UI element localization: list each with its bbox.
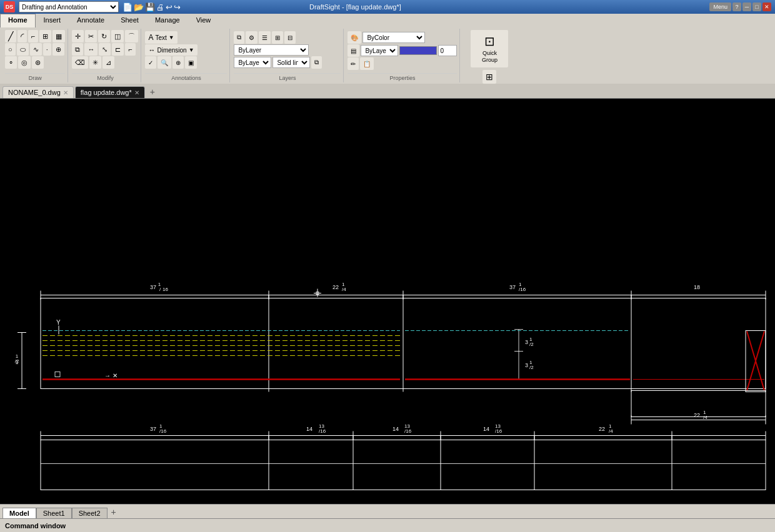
new-icon[interactable]: 📄 — [122, 2, 132, 12]
svg-text:14: 14 — [483, 426, 489, 432]
lineweight-select[interactable]: Solid line — [272, 57, 310, 68]
layer-select[interactable]: ByLayer — [234, 44, 309, 56]
arc-btn[interactable]: ◜ — [18, 30, 27, 42]
dimension-btn[interactable]: ↔ Dimension ▼ — [145, 44, 197, 56]
color-value-input[interactable] — [438, 45, 457, 56]
doc-tab-0-close[interactable]: ✕ — [63, 89, 68, 96]
help-btn[interactable]: ? — [732, 2, 741, 11]
trim-btn[interactable]: ✂ — [85, 30, 97, 42]
anno-extra2[interactable]: ▣ — [185, 56, 197, 69]
rotate-icon: ↻ — [101, 33, 107, 40]
tab-home[interactable]: Home — [0, 14, 36, 27]
sheet1-tab[interactable]: Sheet1 — [36, 508, 72, 518]
chamfer-btn[interactable]: ⌐ — [125, 43, 135, 56]
minimize-btn[interactable]: ─ — [742, 2, 751, 11]
undo-icon[interactable]: ↩ — [166, 2, 172, 12]
modify-group: ✛ ✂ ↻ ◫ ⌒ ⧉ ↔ — [69, 29, 141, 82]
open-icon[interactable]: 📂 — [134, 2, 144, 12]
properties-clipboard-btn[interactable]: 📋 — [360, 57, 374, 70]
layer-icon-btn[interactable]: ⧉ — [311, 56, 322, 69]
fillet-btn[interactable]: ⌒ — [125, 30, 138, 42]
tab-manage[interactable]: Manage — [147, 14, 188, 27]
title-text: DraftSight - [flag update.dwg*] — [309, 3, 401, 11]
menu-btn[interactable]: Menu — [709, 2, 731, 11]
rotate-btn[interactable]: ↻ — [98, 30, 110, 42]
anno-extra2-icon: ▣ — [188, 59, 194, 66]
model-tab[interactable]: Model — [2, 508, 36, 518]
layer-panel-btn[interactable]: ⧉ — [234, 31, 244, 44]
explode-btn[interactable]: ✳ — [89, 56, 101, 69]
circle-btn[interactable]: ○ — [5, 43, 16, 56]
anno-extra1[interactable]: ⊕ — [172, 56, 184, 69]
zoom-btn[interactable]: 🔍 — [158, 56, 171, 69]
redo-icon[interactable]: ↪ — [174, 2, 181, 12]
groups-extra-btn[interactable]: ⊞ — [482, 70, 496, 84]
mirror-btn[interactable]: ◫ — [111, 30, 124, 42]
entity-color-btn[interactable]: 🎨 — [348, 31, 361, 44]
extend-icon: ↔ — [88, 46, 94, 53]
color-select[interactable]: ByColor — [362, 32, 425, 43]
spline-btn[interactable]: ∿ — [30, 43, 42, 56]
erase-icon: ⌫ — [75, 59, 85, 66]
workspace-select[interactable]: Drafting and Annotation — [19, 1, 119, 12]
dimension-dropdown-arrow[interactable]: ▼ — [189, 47, 194, 53]
quick-group-btn[interactable]: ⊡ QuickGroup — [471, 30, 508, 67]
draw-extra2[interactable]: ◎ — [18, 56, 31, 69]
svg-text:37: 37 — [509, 284, 516, 290]
doc-tab-1-close[interactable]: ✕ — [134, 89, 139, 96]
draw-more-btn[interactable]: ⊕ — [52, 43, 64, 56]
add-sheet-btn[interactable]: + — [108, 506, 120, 518]
layer-extra2-icon: ⊞ — [275, 34, 280, 41]
prop-layer-select[interactable]: ByLayer — [361, 45, 398, 56]
draw-extra1[interactable]: ⚬ — [5, 56, 17, 69]
prop-layer-btn[interactable]: ▤ — [348, 44, 359, 57]
offset-btn[interactable]: ⊏ — [112, 43, 124, 56]
polyline-btn[interactable]: ⌐ — [28, 30, 38, 42]
circle-icon: ○ — [8, 46, 12, 53]
close-btn[interactable]: ✕ — [762, 2, 771, 11]
dimension-btn-label: Dimension — [157, 47, 186, 54]
scale-btn[interactable]: ⤡ — [99, 43, 111, 56]
doc-tab-1[interactable]: flag update.dwg* ✕ — [75, 86, 145, 98]
print-icon[interactable]: 🖨 — [156, 2, 164, 12]
groups-extra-icon: ⊞ — [486, 72, 493, 82]
array-btn[interactable]: ⊞ — [39, 30, 51, 42]
check-btn[interactable]: ✓ — [145, 56, 156, 69]
draw-extra3[interactable]: ⊛ — [32, 56, 44, 69]
properties-pencil-btn[interactable]: ✏ — [348, 57, 359, 70]
entity-color-icon: 🎨 — [351, 34, 358, 41]
layer-settings-btn[interactable]: ⚙ — [246, 31, 258, 44]
save-icon[interactable]: 💾 — [145, 2, 155, 12]
quick-group-label: QuickGroup — [482, 50, 498, 64]
layer-extra3[interactable]: ⊟ — [284, 31, 296, 44]
tab-sheet[interactable]: Sheet — [112, 14, 147, 27]
text-dropdown-arrow[interactable]: ▼ — [169, 34, 174, 41]
line-btn[interactable]: ╱ — [5, 30, 16, 42]
extend-btn[interactable]: ↔ — [84, 43, 98, 56]
ellipse-btn[interactable]: ⬭ — [17, 43, 29, 56]
tab-annotate[interactable]: Annotate — [69, 14, 112, 27]
text-btn[interactable]: A Text ▼ — [145, 31, 177, 44]
layer-extra1[interactable]: ☰ — [259, 31, 271, 44]
copy-btn[interactable]: ⧉ — [72, 43, 83, 56]
workspace-dropdown[interactable]: Drafting and Annotation — [19, 1, 119, 12]
hatch-btn[interactable]: ▦ — [52, 30, 65, 42]
erase-btn[interactable]: ⌫ — [72, 56, 88, 69]
zoom-icon: 🔍 — [161, 59, 168, 66]
app-logo: DS — [4, 1, 15, 12]
layer-extra2[interactable]: ⊞ — [272, 31, 283, 44]
annotations-group: A Text ▼ ↔ Dimension ▼ ✓ 🔍 — [142, 29, 230, 82]
maximize-btn[interactable]: □ — [752, 2, 761, 11]
doc-tab-0[interactable]: NONAME_0.dwg ✕ — [2, 86, 74, 98]
move-btn[interactable]: ✛ — [72, 30, 84, 42]
command-window-label: Command window — [5, 522, 66, 530]
add-doc-tab-btn[interactable]: + — [146, 86, 159, 98]
window-controls[interactable]: Menu ? ─ □ ✕ — [709, 2, 771, 11]
tab-insert[interactable]: Insert — [36, 14, 69, 27]
move-icon: ✛ — [75, 33, 81, 40]
modify-extra1[interactable]: ⊿ — [102, 56, 114, 69]
sheet2-tab[interactable]: Sheet2 — [72, 508, 108, 518]
point-btn[interactable]: · — [43, 43, 51, 56]
tab-view[interactable]: View — [188, 14, 219, 27]
linetype-select[interactable]: ByLayer — [234, 57, 271, 68]
